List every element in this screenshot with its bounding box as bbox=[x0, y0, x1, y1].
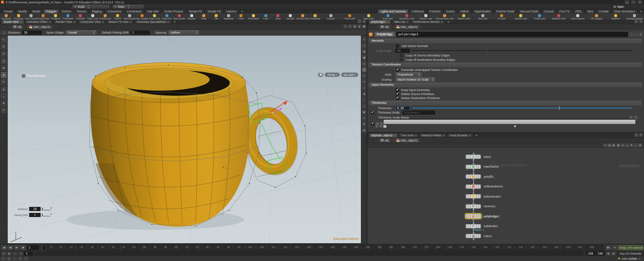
param-sliders-icon[interactable]: ≡ bbox=[630, 33, 633, 36]
projection-menu[interactable]: Persp▾ bbox=[325, 73, 339, 77]
global-end-field[interactable]: 248 bbox=[586, 252, 595, 255]
pane-tab[interactable]: Performance Monitor bbox=[411, 19, 445, 24]
shelf-tool[interactable]: Subdivide bbox=[222, 13, 235, 20]
style-dropdown[interactable]: Proportional▴▾ bbox=[395, 72, 422, 77]
thickness-field[interactable]: 0.66 bbox=[395, 106, 410, 110]
tab-menu-icon[interactable] bbox=[443, 135, 444, 136]
shelf-tab[interactable]: Lights and Cameras bbox=[378, 9, 409, 13]
network-node[interactable]: polybridge1 bbox=[367, 211, 644, 221]
section-thickness[interactable]: Thickness bbox=[369, 101, 642, 105]
shelf-tab[interactable]: Particle Fluids bbox=[494, 9, 517, 13]
shelf-tool[interactable]: VR Camera bbox=[587, 13, 606, 20]
objects-mode-icon[interactable]: ◱ bbox=[7, 257, 11, 261]
gear-icon[interactable]: ⚙ bbox=[639, 33, 643, 36]
shelf-tab[interactable]: Guide Process bbox=[162, 9, 186, 13]
pose-icon[interactable]: ♟ bbox=[358, 25, 361, 28]
forward-icon[interactable]: → bbox=[7, 25, 10, 29]
shelf-tool[interactable]: PolyBridge bbox=[62, 13, 74, 20]
divisions-field[interactable]: 10 bbox=[22, 31, 42, 35]
display-grid-icon[interactable]: ▦ bbox=[362, 110, 367, 115]
inc-range-icon[interactable]: ▶ bbox=[611, 252, 616, 256]
realtime-toggle-icon[interactable]: ▶ bbox=[7, 252, 12, 256]
scene-viewport[interactable]: PolyBridge Persp▾ No cam▾ Divisions 10 P… bbox=[8, 36, 361, 243]
shelf-tool[interactable]: Fuse bbox=[260, 13, 272, 20]
network-node[interactable]: polyextrude1 bbox=[367, 191, 644, 202]
next-frame-button[interactable]: |▶ bbox=[20, 245, 26, 250]
shelf-tool[interactable]: PolyExtrude bbox=[37, 13, 50, 20]
shelf-tool[interactable]: Gumball Camera bbox=[625, 13, 644, 20]
pin-view-icon[interactable]: ⊙ bbox=[362, 43, 367, 48]
tab-menu-icon[interactable] bbox=[387, 21, 389, 23]
pane-menu-icon[interactable]: ▾ bbox=[639, 133, 643, 137]
cusp-angle-field[interactable]: 60 bbox=[395, 49, 410, 53]
shelf-tool[interactable]: Edge Cusp bbox=[148, 13, 161, 20]
tab-menu-icon[interactable] bbox=[102, 21, 104, 23]
range-end-field[interactable]: 240 bbox=[596, 252, 605, 255]
pane-maximize-icon[interactable]: ▢ bbox=[358, 19, 361, 23]
cusp-destination-checkbox[interactable] bbox=[400, 58, 403, 61]
section-input-geometry[interactable]: Input Geometry bbox=[369, 83, 642, 87]
network-node[interactable]: matchsize1 bbox=[367, 162, 644, 172]
wireframe-mode-icon[interactable]: ◇ bbox=[362, 73, 367, 78]
quickmark-icon[interactable]: ◎ bbox=[625, 143, 629, 147]
pane-tab[interactable]: Tree View bbox=[398, 133, 419, 137]
hud-divisions-slider[interactable]: Divisions 10 bbox=[10, 207, 51, 211]
hide-shelf-icon[interactable]: ✕ bbox=[603, 143, 607, 147]
shelf-tab[interactable]: Grains bbox=[443, 9, 457, 13]
add-shelf-tab-button[interactable]: + bbox=[638, 10, 644, 13]
shelf-tool[interactable]: GI Light bbox=[492, 13, 511, 20]
new-pane-tab-button[interactable]: + bbox=[172, 20, 178, 24]
shelf-tool[interactable]: Geometry Light bbox=[397, 13, 416, 20]
shelf-tool[interactable]: Sky Light bbox=[473, 13, 492, 20]
shape-palette-icon[interactable]: ◧ bbox=[612, 143, 616, 147]
shadows-icon[interactable]: ◐ bbox=[362, 85, 367, 90]
shelf-tab[interactable]: Characters bbox=[105, 9, 124, 13]
range-slider[interactable] bbox=[36, 252, 583, 255]
shelf-tool[interactable]: Portal Light bbox=[530, 13, 549, 20]
grid-toggle-icon[interactable]: ▦ bbox=[362, 25, 366, 28]
pane-tab[interactable]: Scene View bbox=[1, 19, 24, 24]
thickness-slider[interactable] bbox=[412, 107, 632, 108]
network-node[interactable]: color1 bbox=[367, 231, 644, 241]
move-tool-icon[interactable]: ✛ bbox=[1, 44, 7, 50]
node-name-field[interactable]: polybridge1 bbox=[396, 32, 628, 37]
close-button[interactable]: ✕ bbox=[638, 1, 642, 4]
shelf-tab[interactable]: Particles bbox=[427, 9, 443, 13]
scene-selector[interactable]: ⊕ Main▴▾ bbox=[113, 5, 144, 8]
forward-icon[interactable]: → bbox=[374, 138, 377, 142]
shelf-tool[interactable]: Point Weld bbox=[247, 13, 260, 20]
shelf-tool[interactable]: Curve from Edges bbox=[297, 13, 309, 20]
snap-status-icon[interactable]: ⊙ bbox=[18, 257, 23, 261]
shelf-tool[interactable]: Curve Polygon bbox=[25, 13, 37, 20]
shelf-tool[interactable]: PolyFill bbox=[111, 13, 124, 20]
shelf-tool[interactable]: Ambient Light bbox=[549, 13, 568, 20]
update-mode-dropdown[interactable]: Auto Update ▴▾ bbox=[618, 257, 644, 260]
minimize-button[interactable]: ▁ bbox=[625, 1, 629, 4]
tab-menu-icon[interactable] bbox=[49, 21, 51, 23]
shelf-tool[interactable]: Smooth bbox=[284, 13, 297, 20]
toolbar-grip[interactable] bbox=[3, 31, 6, 35]
audio-icon[interactable]: ∿ bbox=[18, 252, 23, 256]
shelf-tab[interactable]: Model bbox=[30, 9, 43, 13]
pane-tab[interactable]: Asset Browser bbox=[447, 133, 473, 137]
network-node[interactable]: reverse1 bbox=[367, 202, 644, 212]
shelf-tab[interactable]: Hair Utils bbox=[145, 9, 161, 13]
display-options-icon[interactable]: ⚙ bbox=[362, 122, 367, 127]
shelf-tab[interactable]: Constraints bbox=[124, 9, 144, 13]
group-list-icon[interactable]: ≡ bbox=[362, 116, 367, 121]
pane-tab[interactable]: Animation Editor bbox=[24, 19, 53, 24]
node-body[interactable] bbox=[466, 224, 481, 228]
pane-tab[interactable]: Take List bbox=[391, 19, 411, 24]
network-node[interactable]: polyfill1 bbox=[367, 172, 644, 182]
handle-tool-icon[interactable]: ⊕ bbox=[1, 65, 7, 71]
tab-menu-icon[interactable] bbox=[73, 21, 75, 23]
shelf-tool[interactable]: PolySplit bbox=[74, 13, 87, 20]
shelf-tab[interactable]: Viscous Fluids bbox=[517, 9, 541, 13]
delete-destination-checkbox[interactable] bbox=[396, 96, 399, 100]
snapshot-icon[interactable]: ◫ bbox=[362, 61, 367, 66]
node-body[interactable] bbox=[466, 174, 481, 179]
cusp-source-checkbox[interactable] bbox=[400, 54, 403, 57]
path-root[interactable]: obj bbox=[379, 138, 391, 142]
scaling-dropdown[interactable]: Match Incident UV Scale▴▾ bbox=[395, 77, 435, 82]
tab-menu-icon[interactable] bbox=[407, 21, 408, 23]
